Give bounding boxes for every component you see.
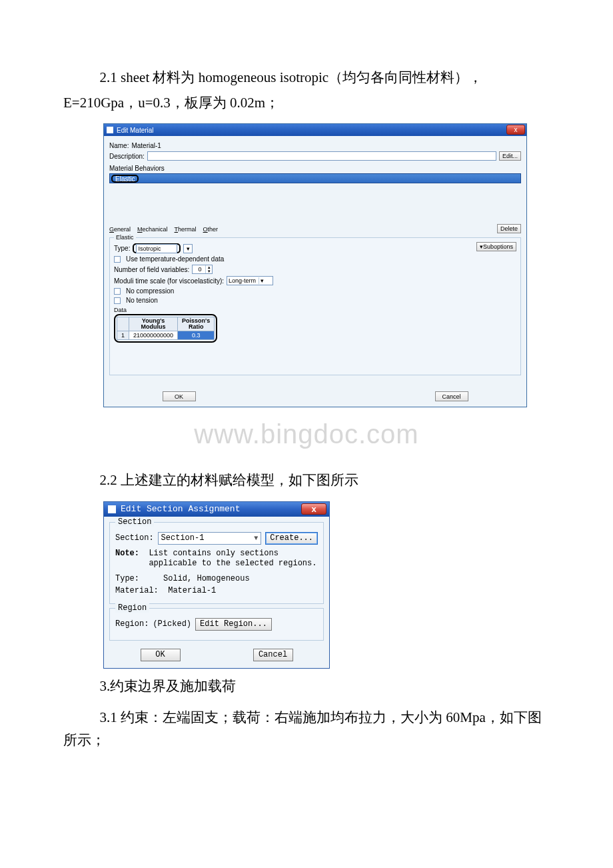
create-button[interactable]: Create... [265, 532, 318, 545]
name-value: Material-1 [131, 142, 161, 149]
material-label: Material: [115, 586, 159, 595]
type-value: Solid, Homogeneous [163, 574, 250, 583]
data-table[interactable]: Young'sModulus Poisson'sRatio 1 21000000… [117, 317, 215, 340]
section-label: Section: [115, 533, 154, 543]
ok-button[interactable]: OK [141, 649, 181, 661]
paragraph-2-1-line1: 2.1 sheet 材料为 homogeneous isotropic（均匀各向… [63, 67, 550, 89]
ok-button[interactable]: OK [163, 391, 196, 401]
region-label: Region: [115, 619, 149, 629]
delete-button[interactable]: Delete [497, 224, 521, 233]
type-row: Type: Isotropic ▾ [114, 243, 516, 253]
nfield-label: Number of field variables: [114, 266, 189, 273]
region-fieldset: Region Region: (Picked) Edit Region... [109, 608, 324, 641]
dialog-title: Edit Section Assignment [121, 504, 240, 514]
data-table-highlight: Young'sModulus Poisson'sRatio 1 21000000… [114, 314, 217, 343]
app-icon [108, 505, 116, 513]
material-behaviors-label: Material Behaviors [109, 165, 521, 172]
section-fieldset: Section Section: Section-1 ▼ Create... N… [109, 522, 324, 604]
chevron-down-icon: ▼ [254, 535, 258, 542]
moduli-combo[interactable]: Long-term ▾ [227, 276, 273, 285]
tab-other[interactable]: Other [203, 226, 219, 233]
close-icon[interactable]: x [301, 503, 326, 515]
edit-button[interactable]: Edit... [499, 151, 521, 161]
cancel-button[interactable]: Cancel [253, 649, 293, 661]
type-combo[interactable]: Isotropic [136, 244, 177, 253]
material-row: Material: Material-1 [115, 586, 318, 595]
material-behavior-item[interactable]: Elastic [109, 173, 521, 183]
region-row: Region: (Picked) Edit Region... [115, 618, 318, 631]
edit-section-assignment-dialog: Edit Section Assignment x Section Sectio… [103, 501, 330, 669]
moduli-row: Moduli time scale (for viscoelasticity):… [114, 276, 516, 285]
type-dropdown-arrow[interactable]: ▾ [183, 244, 193, 253]
paragraph-2-2: 2.2 上述建立的材料赋给模型，如下图所示 [63, 469, 550, 492]
type-highlight: Isotropic [133, 243, 181, 253]
checkbox-no-compression[interactable] [114, 288, 121, 295]
titlebar[interactable]: Edit Section Assignment x [104, 502, 329, 517]
watermark: www.bingdoc.com [63, 419, 550, 449]
no-compression-row[interactable]: No compression [114, 287, 516, 295]
table-corner [117, 317, 129, 331]
table-row[interactable]: 1 210000000000 0.3 [117, 331, 215, 340]
close-icon[interactable]: x [506, 125, 525, 135]
elastic-panel-title: Elastic [114, 234, 136, 241]
paragraph-3: 3.约束边界及施加载荷 [63, 675, 550, 698]
note-bold: Note: [115, 549, 139, 558]
tab-thermal[interactable]: Thermal [175, 226, 197, 233]
note-text: Note: List contains only sections applic… [115, 549, 318, 569]
section-row: Section: Section-1 ▼ Create... [115, 532, 318, 545]
type-value: Isotropic [138, 245, 161, 252]
material-value: Material-1 [168, 586, 216, 595]
tab-mechanical[interactable]: Mechanical [137, 226, 168, 233]
col-young: Young'sModulus [129, 317, 178, 331]
description-input[interactable] [147, 151, 496, 161]
data-label: Data [114, 307, 516, 313]
elastic-panel: Elastic ▾ Suboptions Type: Isotropic ▾ [109, 237, 521, 375]
checkbox-no-tension[interactable] [114, 297, 121, 304]
section-legend: Section [115, 517, 154, 527]
region-value: (Picked) [153, 619, 191, 629]
name-row: Name: Material-1 [109, 142, 521, 149]
tempdep-label: Use temperature-dependent data [126, 255, 224, 263]
dialog-title: Edit Material [117, 127, 154, 134]
name-label: Name: [109, 142, 129, 149]
edit-region-button[interactable]: Edit Region... [195, 618, 272, 631]
spinner-arrows-icon[interactable]: ▴▾ [205, 265, 212, 273]
region-legend: Region [115, 603, 149, 613]
description-row: Description: Edit... [109, 151, 521, 161]
section-value: Section-1 [161, 533, 205, 543]
chevron-down-icon: ▾ [259, 277, 265, 284]
nfield-spinner[interactable]: 0 ▴▾ [192, 265, 213, 274]
nfield-value: 0 [193, 266, 205, 273]
description-label: Description: [109, 153, 145, 160]
moduli-value: Long-term [229, 277, 256, 284]
dialog-footer: OK Cancel [109, 375, 521, 401]
checkbox-tempdep[interactable] [114, 256, 121, 263]
tab-general[interactable]: General [109, 226, 131, 233]
poisson-ratio-cell[interactable]: 0.3 [178, 331, 215, 340]
edit-material-dialog: Edit Material x Name: Material-1 Descrip… [103, 123, 527, 407]
no-tension-label: No tension [126, 297, 158, 304]
no-compression-label: No compression [126, 287, 174, 295]
cancel-button[interactable]: Cancel [435, 391, 468, 401]
text: E=210Gpa，u=0.3，板厚为 0.02m； [63, 95, 279, 111]
no-tension-row[interactable]: No tension [114, 297, 516, 304]
elastic-text: Elastic [115, 175, 135, 183]
suboptions-button[interactable]: ▾ Suboptions [476, 242, 516, 251]
titlebar[interactable]: Edit Material x [104, 124, 526, 136]
row-index: 1 [117, 331, 129, 340]
paragraph-3-1: 3.1 约束：左端固支；载荷：右端施加均布拉力，大小为 60Mpa，如下图所示； [63, 707, 550, 751]
col-poisson: Poisson'sRatio [178, 317, 215, 331]
section-combo[interactable]: Section-1 ▼ [158, 532, 262, 545]
app-icon [107, 127, 113, 133]
type-row: Type: Solid, Homogeneous [115, 574, 318, 583]
type-label: Type: [115, 574, 139, 583]
nfield-row: Number of field variables: 0 ▴▾ [114, 265, 516, 274]
text: 2.2 上述建立的材料赋给模型，如下图所示 [100, 472, 359, 488]
tempdep-row[interactable]: Use temperature-dependent data [114, 255, 516, 263]
paragraph-2-1-line2: E=210Gpa，u=0.3，板厚为 0.02m； [63, 92, 550, 115]
type-label: Type: [114, 245, 130, 252]
chevron-down-icon: ▾ [187, 245, 190, 252]
moduli-label: Moduli time scale (for viscoelasticity): [114, 277, 224, 285]
elastic-highlight: Elastic [111, 175, 139, 183]
young-modulus-cell[interactable]: 210000000000 [129, 331, 178, 340]
